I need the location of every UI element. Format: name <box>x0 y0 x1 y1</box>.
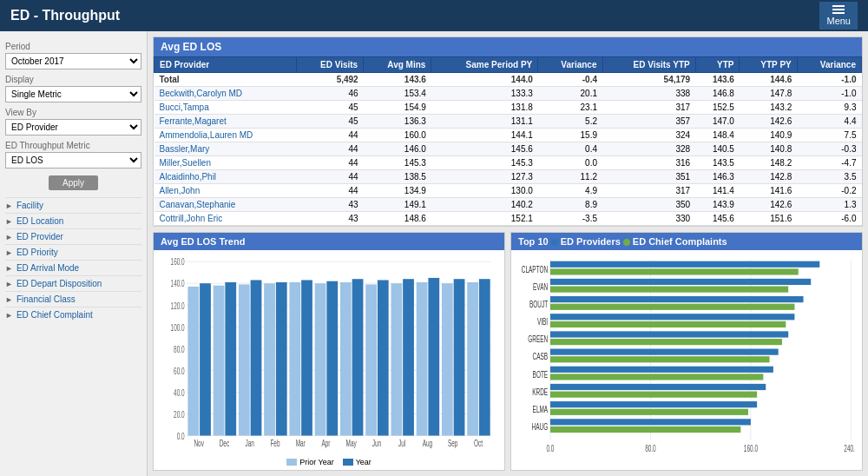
cell-value: 45 <box>297 101 364 115</box>
cell-value: 136.3 <box>364 115 431 129</box>
metric-select[interactable]: ED LOS <box>5 152 141 169</box>
trend-legend: Prior Year Year <box>161 458 497 466</box>
top10-chart-box: Top 10 ED Providers ED Chief Complaints … <box>510 232 863 471</box>
svg-rect-48 <box>442 283 453 435</box>
table-row: Miller,Suellen44145.3145.30.0316143.5148… <box>155 156 862 170</box>
filter-label: Financial Class <box>16 294 76 304</box>
cell-value: 160.0 <box>364 129 431 142</box>
svg-rect-63 <box>550 261 819 268</box>
filter-item-ed-chief-complaint[interactable]: ►ED Chief Complaint <box>5 307 141 322</box>
filter-item-ed-location[interactable]: ►ED Location <box>5 213 141 228</box>
provider-name[interactable]: Ferrante,Magaret <box>155 115 297 129</box>
svg-text:160.0: 160.0 <box>744 443 758 453</box>
svg-rect-31 <box>301 280 312 435</box>
cell-value: 146.0 <box>364 142 431 156</box>
provider-name[interactable]: Ammendolia,Lauren MD <box>155 129 297 142</box>
provider-name[interactable]: Beckwith,Carolyn MD <box>155 87 297 101</box>
svg-rect-36 <box>340 282 352 436</box>
trend-chart-area: 160.0140.0120.0100.080.060.040.020.00.0N… <box>154 250 504 470</box>
svg-text:120.0: 120.0 <box>171 301 185 311</box>
cell-value: 20.1 <box>538 87 602 101</box>
filter-item-financial-class[interactable]: ►Financial Class <box>5 291 141 307</box>
cell-value: 141.4 <box>695 184 740 198</box>
cell-value: -0.4 <box>538 73 602 87</box>
cell-value: 351 <box>602 170 695 184</box>
menu-button[interactable]: Menu <box>819 2 858 30</box>
filter-arrow-icon: ► <box>5 311 13 320</box>
cell-value: 142.8 <box>740 170 797 184</box>
svg-text:80.0: 80.0 <box>174 344 185 354</box>
col-header: ED Visits YTP <box>602 57 695 73</box>
cell-value: 153.4 <box>364 87 431 101</box>
filter-item-ed-depart-disposition[interactable]: ►ED Depart Disposition <box>5 275 141 291</box>
svg-text:ELMA: ELMA <box>533 405 549 415</box>
filter-label: Facility <box>16 201 43 210</box>
filter-label: ED Location <box>16 216 63 226</box>
cell-value: 144.0 <box>431 73 538 87</box>
cell-value: 1.3 <box>797 198 861 212</box>
data-table: ED ProviderED VisitsAvg MinsSame Period … <box>154 56 862 226</box>
svg-text:160.0: 160.0 <box>171 257 185 268</box>
trend-chart-box: Avg ED LOS Trend 160.0140.0120.0100.080.… <box>153 232 505 471</box>
filter-item-ed-provider[interactable]: ►ED Provider <box>5 228 141 244</box>
svg-rect-43 <box>403 279 414 435</box>
cell-value: 142.6 <box>740 198 797 212</box>
cell-value: 4.4 <box>797 115 861 129</box>
provider-name[interactable]: Cottrill,John Eric <box>155 212 297 226</box>
col-header: YTP PY <box>740 57 797 73</box>
svg-text:EVAN: EVAN <box>533 281 548 292</box>
trend-chart-canvas: 160.0140.0120.0100.080.060.040.020.00.0N… <box>161 255 497 454</box>
svg-rect-76 <box>550 339 782 345</box>
cell-value: 143.5 <box>695 156 740 170</box>
provider-name[interactable]: Miller,Suellen <box>155 156 297 170</box>
display-select[interactable]: Single Metric <box>5 86 141 102</box>
svg-rect-72 <box>550 314 794 320</box>
provider-name[interactable]: Alcaidinho,Phil <box>155 170 297 184</box>
svg-text:Jun: Jun <box>372 439 382 449</box>
svg-text:HAUG: HAUG <box>532 422 549 433</box>
svg-rect-70 <box>550 304 794 310</box>
cell-value: 145.6 <box>695 212 740 226</box>
provider-name[interactable]: Allen,John <box>155 184 297 198</box>
filter-item-ed-priority[interactable]: ►ED Priority <box>5 244 141 260</box>
cell-value: 142.6 <box>740 115 797 129</box>
cell-value: 54,179 <box>602 73 695 87</box>
svg-rect-73 <box>550 321 786 327</box>
svg-text:Feb: Feb <box>270 439 279 449</box>
provider-name[interactable]: Canavan,Stephanie <box>155 198 297 212</box>
svg-rect-45 <box>417 282 428 436</box>
cell-value: 9.3 <box>797 101 861 115</box>
provider-name[interactable]: Bucci,Tampa <box>155 101 297 115</box>
svg-rect-21 <box>214 286 225 436</box>
filter-label: ED Arrival Mode <box>16 263 79 273</box>
table-title: Avg ED LOS <box>154 37 862 56</box>
cell-value: 140.9 <box>740 129 797 142</box>
provider-name[interactable]: Bassler,Mary <box>155 142 297 156</box>
cell-value: 154.9 <box>364 101 431 115</box>
period-select[interactable]: October 2017 <box>5 53 141 69</box>
top10-title: Top 10 ED Providers ED Chief Complaints <box>511 233 862 250</box>
filter-arrow-icon: ► <box>5 280 13 288</box>
svg-text:140.0: 140.0 <box>171 279 185 289</box>
svg-rect-46 <box>428 278 439 436</box>
col-header: ED Provider <box>155 57 297 73</box>
filter-item-facility[interactable]: ►Facility <box>5 197 141 213</box>
filter-item-ed-arrival-mode[interactable]: ►ED Arrival Mode <box>5 260 141 275</box>
bottom-charts: Avg ED LOS Trend 160.0140.0120.0100.080.… <box>153 232 863 471</box>
cell-value: 23.1 <box>538 101 602 115</box>
view-by-section: View By ED Provider <box>5 108 141 136</box>
cell-value: 316 <box>602 156 695 170</box>
cell-value: 152.5 <box>695 101 740 115</box>
view-by-select[interactable]: ED Provider <box>5 119 141 136</box>
period-section: Period October 2017 <box>5 42 141 69</box>
svg-text:Oct: Oct <box>474 439 483 449</box>
svg-rect-51 <box>467 282 478 436</box>
cell-value: 4.9 <box>538 184 602 198</box>
cell-value: 5.2 <box>538 115 602 129</box>
col-header: Avg Mins <box>364 57 431 73</box>
svg-rect-24 <box>239 284 250 435</box>
cell-value: 147.8 <box>740 87 797 101</box>
provider-name[interactable]: Total <box>155 73 297 87</box>
apply-button[interactable]: Apply <box>49 175 98 190</box>
cell-value: 44 <box>297 129 364 142</box>
